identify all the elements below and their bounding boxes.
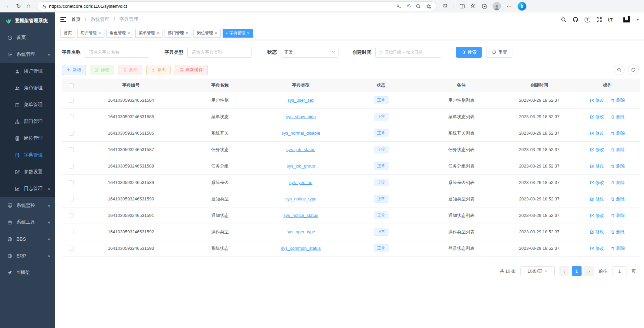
row-delete-button[interactable]: 删除 bbox=[611, 130, 625, 136]
row-checkbox[interactable] bbox=[69, 98, 74, 103]
tab-post-management[interactable]: 岗位管理× bbox=[193, 29, 221, 38]
password-key-icon[interactable] bbox=[396, 3, 401, 9]
close-icon[interactable]: × bbox=[247, 31, 250, 35]
status-select[interactable]: 正常 ∨ bbox=[281, 47, 338, 58]
row-edit-button[interactable]: 修改 bbox=[590, 180, 604, 186]
add-favorite-icon[interactable] bbox=[426, 3, 431, 9]
dict-type-link[interactable]: sys_notice_status bbox=[283, 213, 318, 218]
row-checkbox[interactable] bbox=[69, 246, 74, 251]
reset-button[interactable]: 重置 bbox=[487, 47, 512, 58]
tab-home[interactable]: 首页 bbox=[60, 29, 75, 38]
dict-type-link[interactable]: sys_user_sex bbox=[287, 98, 314, 103]
tab-dict-management[interactable]: ●字典管理× bbox=[223, 29, 253, 38]
select-all-checkbox[interactable] bbox=[69, 83, 74, 88]
prev-page-button[interactable]: ‹ bbox=[559, 266, 569, 276]
sidebar-item-log-management[interactable]: 日志管理 ∨ bbox=[0, 180, 55, 197]
sidebar-item-system-monitor[interactable]: 系统监控 ∨ bbox=[0, 197, 55, 214]
sidebar-item-bbs[interactable]: BBS ∨ bbox=[0, 231, 55, 247]
row-checkbox[interactable] bbox=[69, 213, 74, 218]
page-size-select[interactable]: 10条/页 ∨ bbox=[520, 266, 555, 276]
dict-type-link[interactable]: sys_job_group bbox=[287, 163, 315, 169]
dict-type-link[interactable]: sys_job_status bbox=[286, 147, 315, 152]
collapse-sidebar-icon[interactable] bbox=[60, 17, 66, 22]
row-edit-button[interactable]: 修改 bbox=[590, 229, 604, 235]
sidebar-item-user-management[interactable]: 用户管理 bbox=[0, 63, 55, 80]
user-logo-avatar[interactable] bbox=[622, 15, 631, 24]
row-checkbox[interactable] bbox=[69, 147, 74, 152]
extensions-icon[interactable] bbox=[443, 3, 448, 9]
date-range-picker[interactable]: 开始日期 - 结束日期 bbox=[375, 47, 441, 58]
start-date-placeholder[interactable]: 开始日期 bbox=[385, 49, 401, 55]
read-aloud-icon[interactable]: A) bbox=[407, 3, 410, 8]
row-delete-button[interactable]: 删除 bbox=[611, 229, 625, 235]
close-icon[interactable]: × bbox=[128, 31, 130, 35]
row-checkbox[interactable] bbox=[69, 197, 74, 201]
header-search-icon[interactable] bbox=[561, 17, 566, 22]
search-button[interactable]: 搜索 bbox=[456, 47, 482, 58]
refresh-cache-button[interactable]: 刷新缓存 bbox=[175, 65, 208, 75]
toggle-search-icon[interactable] bbox=[614, 64, 625, 75]
row-edit-button[interactable]: 修改 bbox=[590, 130, 604, 136]
dict-type-link[interactable]: sys_oper_type bbox=[287, 229, 315, 234]
github-icon[interactable] bbox=[572, 16, 579, 22]
sidebar-item-role-management[interactable]: 角色管理 bbox=[0, 80, 55, 96]
row-delete-button[interactable]: 删除 bbox=[611, 114, 625, 120]
row-delete-button[interactable]: 删除 bbox=[611, 147, 625, 153]
zoom-out-icon[interactable] bbox=[416, 3, 421, 9]
sidebar-item-dept-management[interactable]: 部门管理 bbox=[0, 113, 55, 130]
sidebar-item-post-management[interactable]: 岗位管理 bbox=[0, 130, 55, 147]
row-checkbox[interactable] bbox=[69, 230, 74, 234]
row-delete-button[interactable]: 删除 bbox=[611, 196, 625, 202]
breadcrumb-home[interactable]: 首页 bbox=[71, 16, 81, 22]
split-screen-icon[interactable] bbox=[459, 3, 465, 9]
row-checkbox[interactable] bbox=[69, 180, 74, 185]
row-edit-button[interactable]: 修改 bbox=[590, 114, 604, 120]
row-delete-button[interactable]: 删除 bbox=[611, 163, 625, 169]
row-delete-button[interactable]: 删除 bbox=[611, 97, 625, 103]
next-page-button[interactable]: › bbox=[584, 266, 594, 276]
tab-role-management[interactable]: 角色管理× bbox=[106, 29, 134, 38]
dict-type-link[interactable]: sys_yes_no bbox=[289, 180, 313, 185]
collections-icon[interactable] bbox=[481, 3, 487, 9]
favorites-icon[interactable] bbox=[470, 3, 476, 9]
row-edit-button[interactable]: 修改 bbox=[590, 196, 604, 202]
bing-chat-icon[interactable]: b bbox=[517, 2, 526, 11]
row-checkbox[interactable] bbox=[69, 131, 74, 136]
row-edit-button[interactable]: 修改 bbox=[590, 213, 604, 219]
goto-page-input[interactable] bbox=[612, 266, 627, 276]
sidebar-item-dict-management[interactable]: 字典管理 bbox=[0, 147, 55, 163]
fullscreen-icon[interactable] bbox=[596, 17, 602, 22]
browser-reload-icon[interactable]: ↻ bbox=[13, 1, 24, 11]
delete-button[interactable]: 删除 bbox=[118, 65, 142, 75]
dict-type-link[interactable]: sys_common_status bbox=[281, 246, 321, 251]
url-text[interactable]: https://ccnetcore.com:1101/system/dict bbox=[49, 4, 396, 9]
sidebar-item-param-settings[interactable]: 参数设置 bbox=[0, 163, 55, 180]
address-bar[interactable]: https://ccnetcore.com:1101/system/dict A… bbox=[37, 1, 436, 11]
row-checkbox[interactable] bbox=[69, 114, 74, 119]
row-edit-button[interactable]: 修改 bbox=[590, 245, 604, 251]
tab-user-management[interactable]: 用户管理× bbox=[77, 29, 104, 38]
dict-type-link[interactable]: sys_show_hide bbox=[286, 114, 316, 119]
sidebar-item-yi-framework[interactable]: Yi框架 bbox=[0, 264, 55, 281]
export-button[interactable]: 导出 bbox=[146, 65, 171, 75]
close-icon[interactable]: × bbox=[215, 31, 217, 35]
breadcrumb-system[interactable]: 系统管理 bbox=[91, 16, 109, 22]
dict-type-link[interactable]: sys_notice_type bbox=[285, 196, 316, 201]
row-edit-button[interactable]: 修改 bbox=[590, 97, 604, 103]
help-icon[interactable]: ? bbox=[585, 17, 590, 22]
page-1-button[interactable]: 1 bbox=[572, 266, 582, 276]
dict-type-input[interactable] bbox=[187, 47, 252, 58]
app-logo[interactable]: 意框架管理系统 bbox=[0, 12, 55, 29]
tab-dept-management[interactable]: 部门管理× bbox=[165, 29, 192, 38]
sidebar-item-menu-management[interactable]: 菜单管理 bbox=[0, 96, 55, 113]
row-delete-button[interactable]: 删除 bbox=[611, 180, 625, 186]
row-edit-button[interactable]: 修改 bbox=[590, 163, 604, 169]
browser-home-icon[interactable]: ⌂ bbox=[24, 1, 34, 11]
row-delete-button[interactable]: 删除 bbox=[611, 245, 625, 251]
chevron-down-icon[interactable]: ▾ bbox=[637, 18, 639, 21]
close-icon[interactable]: × bbox=[98, 31, 101, 35]
edit-button[interactable]: 修改 bbox=[90, 65, 114, 75]
close-icon[interactable]: × bbox=[156, 31, 159, 35]
close-icon[interactable]: × bbox=[186, 31, 188, 35]
sidebar-item-system-management[interactable]: 系统管理 ∧ bbox=[0, 46, 55, 63]
